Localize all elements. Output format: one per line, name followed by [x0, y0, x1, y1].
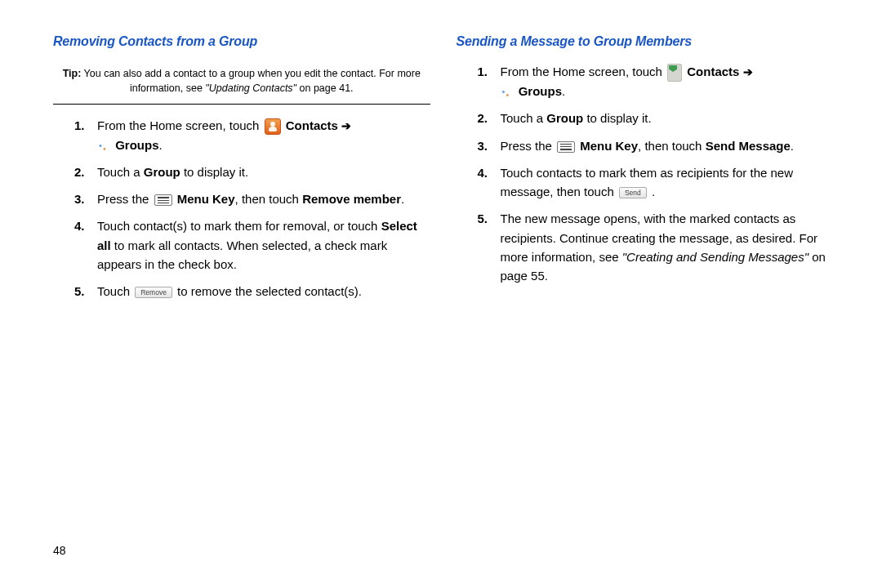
step-tail: . [401, 192, 404, 206]
groups-icon [502, 87, 514, 98]
contacts-app-icon [265, 118, 281, 135]
send-button-icon: Send [619, 187, 647, 199]
tip-label: Tip: [63, 68, 82, 79]
step-tail: . [159, 138, 163, 152]
group-label: Group [546, 111, 583, 125]
step-tail: . [562, 84, 565, 98]
step-text: From the Home screen, touch [97, 118, 263, 132]
step-4: Touch contacts to mark them as recipient… [501, 163, 834, 202]
step-4: Touch contact(s) to mark them for remova… [97, 216, 430, 274]
step-tail: . [791, 139, 794, 153]
groups-label: Groups [519, 84, 562, 98]
menu-key-icon [154, 194, 172, 206]
right-column: Sending a Message to Group Members From … [457, 34, 834, 309]
tip-tail: on page 41. [296, 82, 354, 94]
section-heading-removing: Removing Contacts from a Group [53, 34, 430, 49]
groups-icon [99, 140, 110, 152]
contacts-app-icon [667, 64, 682, 82]
step-text: Touch a [97, 165, 144, 179]
manual-page: Removing Contacts from a Group Tip: You … [0, 0, 882, 341]
arrow-icon: ➔ [743, 65, 753, 78]
remove-member-label: Remove member [302, 192, 401, 206]
tip-reference: "Updating Contacts" [205, 82, 296, 94]
remove-button-icon: Remove [135, 287, 172, 299]
step-text: . [652, 185, 655, 198]
step-text: Touch [97, 284, 133, 298]
send-message-label: Send Message [706, 139, 791, 153]
step-text: From the Home screen, touch [501, 65, 666, 78]
page-number: 48 [53, 544, 66, 557]
group-label: Group [144, 165, 180, 179]
menu-key-icon [557, 141, 575, 153]
step-text: Press the [501, 139, 556, 153]
step-2: Touch a Group to display it. [501, 109, 834, 127]
step-5: The new message opens, with the marked c… [501, 209, 834, 285]
step-1: From the Home screen, touch Contacts ➔ G… [97, 116, 430, 154]
steps-removing: From the Home screen, touch Contacts ➔ G… [53, 116, 430, 301]
step-text: , then touch [638, 139, 706, 153]
step-5: Touch Remove to remove the selected cont… [97, 282, 430, 301]
menu-key-label: Menu Key [177, 192, 235, 206]
step-text: Press the [97, 192, 153, 206]
steps-sending: From the Home screen, touch Contacts ➔ G… [457, 62, 834, 285]
step-1: From the Home screen, touch Contacts ➔ G… [501, 62, 834, 100]
arrow-icon: ➔ [341, 119, 351, 132]
menu-key-label: Menu Key [580, 139, 638, 153]
step-3: Press the Menu Key, then touch Send Mess… [501, 136, 834, 155]
groups-label: Groups [115, 138, 158, 152]
step-3: Press the Menu Key, then touch Remove me… [97, 189, 430, 208]
left-column: Removing Contacts from a Group Tip: You … [53, 34, 430, 309]
step-text: to display it. [180, 165, 248, 179]
step-2: Touch a Group to display it. [97, 163, 430, 181]
tip-box: Tip: You can also add a contact to a gro… [53, 62, 430, 105]
step-text: to mark all contacts. When selected, a c… [97, 238, 387, 271]
step-text: Touch a [501, 111, 547, 125]
contacts-label: Contacts [286, 118, 338, 132]
section-heading-sending: Sending a Message to Group Members [457, 34, 834, 49]
step-text: to remove the selected contact(s). [177, 284, 362, 298]
step-text: Touch contact(s) to mark them for remova… [97, 219, 381, 233]
cross-reference: "Creating and Sending Messages" [622, 250, 808, 264]
contacts-label: Contacts [687, 65, 739, 78]
step-text: to display it. [583, 111, 651, 125]
step-text: , then touch [235, 192, 303, 206]
